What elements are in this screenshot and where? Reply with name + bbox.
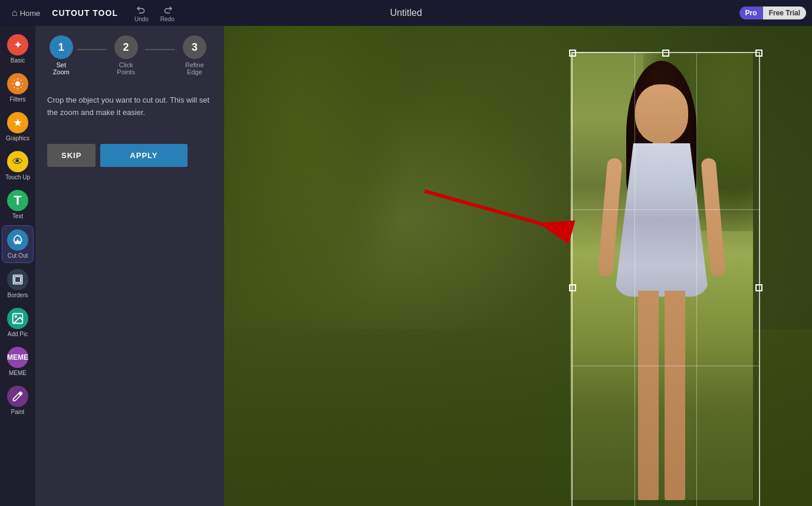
sidebar-label-touchup: Touch Up	[5, 174, 30, 180]
step-2-label: Click Points	[109, 61, 143, 75]
sidebar-item-cutout[interactable]: Cut Out	[2, 225, 34, 263]
step-2: 2 Click Points	[109, 35, 143, 75]
crop-grid-v2	[696, 53, 697, 506]
canvas-area[interactable]	[224, 26, 812, 506]
undo-redo-group: Undo Redo	[130, 3, 179, 24]
sidebar-label-filters: Filters	[9, 96, 25, 103]
pro-badge[interactable]: Pro Free Trial	[739, 6, 806, 19]
sidebar-item-touchup[interactable]: 👁 Touch Up	[2, 147, 34, 184]
sidebar-item-graphics[interactable]: ★ Graphics	[2, 109, 34, 145]
sidebar-item-basic[interactable]: ✦ Basic	[2, 31, 34, 67]
step-3: 3 Refine Edge	[177, 35, 212, 75]
instructions-text: Crop the object you want to cut out. Thi…	[47, 96, 209, 117]
step-2-circle: 2	[114, 35, 138, 59]
filters-icon	[7, 73, 28, 94]
apply-button[interactable]: APPLY	[100, 144, 187, 167]
step-line-1	[77, 49, 107, 50]
paint-icon	[7, 386, 28, 407]
redo-label: Redo	[160, 16, 175, 22]
sidebar: ✦ Basic Filters ★ Graphics 👁 Touch Up T …	[0, 26, 35, 506]
sidebar-item-text[interactable]: T Text	[2, 186, 34, 223]
crop-handle-lm[interactable]	[569, 284, 576, 291]
panel-buttons: SKIP APPLY	[35, 134, 224, 176]
crop-grid-v1	[635, 53, 635, 506]
sidebar-label-cutout: Cut Out	[8, 252, 28, 259]
sidebar-label-borders: Borders	[7, 292, 28, 298]
svg-point-6	[15, 316, 17, 317]
cutout-icon	[7, 229, 28, 251]
sidebar-label-graphics: Graphics	[6, 135, 29, 142]
home-button[interactable]: Home	[6, 8, 46, 18]
home-label: Home	[20, 9, 41, 18]
touchup-icon: 👁	[7, 151, 28, 172]
redo-button[interactable]: Redo	[156, 3, 179, 24]
svg-rect-4	[15, 277, 21, 282]
sidebar-label-paint: Paint	[11, 409, 25, 415]
sidebar-label-text: Text	[12, 213, 23, 219]
meme-icon: MEME	[7, 347, 28, 368]
sidebar-item-paint[interactable]: Paint	[2, 382, 34, 419]
step-line-2	[145, 49, 175, 50]
sidebar-label-meme: MEME	[9, 370, 27, 376]
step-1-circle: 1	[50, 35, 73, 59]
topbar: Home CUTOUT TOOL Undo Redo Untitled Pro …	[0, 0, 812, 26]
svg-point-2	[18, 242, 21, 244]
borders-icon	[7, 269, 28, 290]
sidebar-item-filters[interactable]: Filters	[2, 70, 34, 106]
crop-grid-h1	[573, 209, 759, 210]
step-3-circle: 3	[183, 35, 206, 59]
undo-label: Undo	[134, 16, 149, 22]
crop-grid-h2	[573, 366, 759, 366]
sidebar-item-meme[interactable]: MEME MEME	[2, 343, 34, 380]
addpic-icon	[7, 308, 28, 329]
step-3-label: Refine Edge	[177, 61, 212, 75]
step-1: 1 Set Zoom	[47, 35, 75, 75]
crop-handle-tl[interactable]	[569, 50, 576, 57]
main-area: ✦ Basic Filters ★ Graphics 👁 Touch Up T …	[0, 26, 812, 506]
graphics-icon: ★	[7, 112, 28, 133]
crop-handle-tm[interactable]	[662, 50, 669, 57]
svg-point-1	[15, 242, 17, 244]
sidebar-label-basic: Basic	[11, 57, 25, 64]
cutout-panel: 1 Set Zoom 2 Click Points 3 Refine Edge …	[35, 26, 224, 506]
step-1-label: Set Zoom	[47, 61, 75, 75]
sidebar-item-borders[interactable]: Borders	[2, 265, 34, 302]
panel-instructions: Crop the object you want to cut out. Thi…	[35, 85, 224, 129]
undo-button[interactable]: Undo	[130, 3, 153, 24]
skip-button[interactable]: SKIP	[47, 144, 96, 167]
sidebar-label-addpic: Add Pic	[8, 331, 28, 337]
crop-box	[571, 52, 760, 506]
sidebar-item-addpic[interactable]: Add Pic	[2, 304, 34, 341]
free-trial-label: Free Trial	[763, 6, 806, 19]
basic-icon: ✦	[7, 34, 28, 55]
document-title: Untitled	[390, 8, 422, 18]
svg-point-0	[15, 81, 20, 86]
text-icon: T	[7, 190, 28, 211]
steps-bar: 1 Set Zoom 2 Click Points 3 Refine Edge	[35, 26, 224, 85]
pro-label: Pro	[739, 6, 763, 19]
crop-handle-tr[interactable]	[755, 50, 762, 57]
crop-handle-rm[interactable]	[755, 284, 762, 291]
tool-title: CUTOUT TOOL	[52, 8, 118, 18]
